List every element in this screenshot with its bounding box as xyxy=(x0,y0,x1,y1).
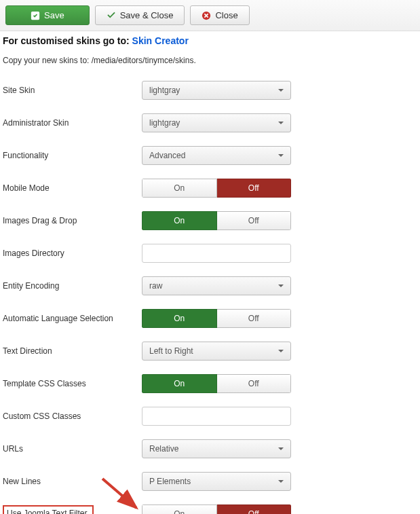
label-joomla-filter: Use Joomla Text Filter xyxy=(3,505,142,514)
label-template-css: Template CSS Classes xyxy=(3,379,142,388)
save-close-label: Save & Close xyxy=(120,10,174,20)
label-images-dragdrop: Images Drag & Drop xyxy=(3,216,142,225)
label-admin-skin: Administrator Skin xyxy=(3,118,142,128)
label-site-skin: Site Skin xyxy=(3,86,142,95)
skin-creator-link[interactable]: Skin Creator xyxy=(132,35,189,46)
content: For customised skins go to: Skin Creator… xyxy=(0,35,420,514)
toggle-mobile-on[interactable]: On xyxy=(142,179,217,198)
apply-icon xyxy=(31,11,40,20)
save-close-button[interactable]: Save & Close xyxy=(95,5,185,25)
input-images-directory[interactable] xyxy=(142,244,291,263)
select-new-lines[interactable]: P Elements xyxy=(142,472,291,491)
select-urls[interactable]: Relative xyxy=(142,439,291,458)
select-functionality[interactable]: Advanced xyxy=(142,146,291,165)
toggle-dragdrop-off[interactable]: Off xyxy=(217,211,292,230)
copy-path-text: Copy your new skins to: /media/editors/t… xyxy=(3,56,412,65)
toggle-mobile-off[interactable]: Off xyxy=(217,179,292,198)
label-text-direction: Text Direction xyxy=(3,346,142,356)
label-custom-css: Custom CSS Classes xyxy=(3,411,142,421)
toggle-images-dragdrop: On Off xyxy=(142,211,291,230)
label-functionality: Functionality xyxy=(3,151,142,160)
close-button[interactable]: Close xyxy=(190,5,249,25)
toggle-auto-lang: On Off xyxy=(142,309,291,328)
toggle-mobile-mode: On Off xyxy=(142,179,291,198)
close-label: Close xyxy=(215,10,237,20)
toggle-templatecss-off[interactable]: Off xyxy=(217,374,292,393)
toolbar: Save Save & Close Close xyxy=(0,0,420,31)
label-urls: URLs xyxy=(3,444,142,454)
select-entity-encoding[interactable]: raw xyxy=(142,276,291,295)
label-entity-encoding: Entity Encoding xyxy=(3,281,142,291)
label-images-directory: Images Directory xyxy=(3,249,142,258)
toggle-joomla-off[interactable]: Off xyxy=(217,504,292,514)
heading: For customised skins go to: Skin Creator xyxy=(3,35,412,46)
heading-prefix: For customised skins go to: xyxy=(3,35,130,46)
toggle-autolang-on[interactable]: On xyxy=(142,309,217,328)
toggle-dragdrop-on[interactable]: On xyxy=(142,211,217,230)
label-new-lines: New Lines xyxy=(3,477,142,486)
select-text-direction[interactable]: Left to Right xyxy=(142,342,291,361)
select-site-skin[interactable]: lightgray xyxy=(142,81,291,100)
highlight-joomla-filter: Use Joomla Text Filter xyxy=(3,505,94,514)
toggle-joomla-filter: On Off xyxy=(142,504,291,514)
toggle-autolang-off[interactable]: Off xyxy=(217,309,292,328)
label-mobile-mode: Mobile Mode xyxy=(3,183,142,193)
save-button[interactable]: Save xyxy=(5,5,90,25)
label-auto-lang: Automatic Language Selection xyxy=(3,314,142,323)
save-label: Save xyxy=(44,10,64,20)
toggle-template-css: On Off xyxy=(142,374,291,393)
toggle-joomla-on[interactable]: On xyxy=(142,504,217,514)
toggle-templatecss-on[interactable]: On xyxy=(142,374,217,393)
close-icon xyxy=(202,11,211,20)
select-admin-skin[interactable]: lightgray xyxy=(142,113,291,132)
check-icon xyxy=(107,11,116,20)
input-custom-css[interactable] xyxy=(142,407,291,426)
